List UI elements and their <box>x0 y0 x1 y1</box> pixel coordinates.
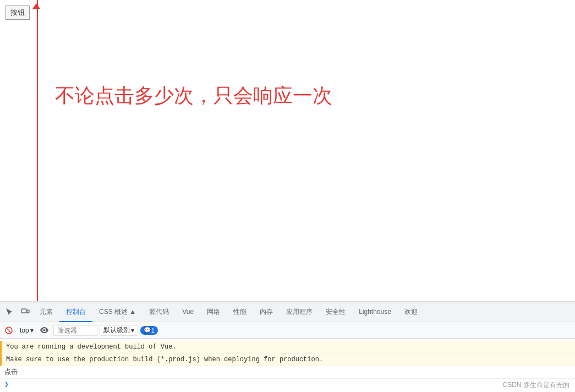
tab-welcome[interactable]: 欢迎 <box>398 302 424 322</box>
red-vertical-line <box>37 0 38 301</box>
tab-sources[interactable]: 源代码 <box>143 302 176 322</box>
filter-input[interactable] <box>53 325 97 336</box>
console-line-3: 点击 <box>0 366 575 379</box>
demo-button[interactable]: 按钮 <box>6 5 30 20</box>
arrow-up-icon <box>32 3 40 13</box>
tab-security[interactable]: 安全性 <box>319 302 352 322</box>
log-level-selector[interactable]: 默认级别 ▾ <box>100 325 138 336</box>
main-demo-text: 不论点击多少次，只会响应一次 <box>55 82 332 109</box>
console-output: You are running a development build of V… <box>0 339 575 392</box>
watermark-text: CSDN @生命是有光的 <box>502 380 569 390</box>
eye-icon[interactable] <box>38 324 51 337</box>
svg-marker-0 <box>32 3 40 9</box>
page-area: 按钮 不论点击多少次，只会响应一次 <box>0 0 575 301</box>
context-selector[interactable]: top ▾ <box>18 326 36 335</box>
tab-console[interactable]: 控制台 <box>59 302 92 322</box>
devtools-tabs-bar: 元素 控制台 CSS 概述 ▲ 源代码 Vue 网络 性能 内存 <box>0 302 575 322</box>
clear-console-icon[interactable] <box>2 324 15 337</box>
svg-rect-1 <box>21 309 26 313</box>
console-line-2: Make sure to use the production build (*… <box>0 354 575 366</box>
console-line-1: You are running a development build of V… <box>0 341 575 354</box>
tab-vue[interactable]: Vue <box>176 302 200 322</box>
main-content: 按钮 不论点击多少次，只会响应一次 <box>0 0 575 392</box>
devtools-panel: 元素 控制台 CSS 概述 ▲ 源代码 Vue 网络 性能 内存 <box>0 301 575 392</box>
tab-performance[interactable]: 性能 <box>227 302 253 322</box>
svg-line-4 <box>7 328 11 333</box>
tab-lighthouse[interactable]: Lighthouse <box>352 302 398 322</box>
tab-css[interactable]: CSS 概述 ▲ <box>92 302 143 322</box>
dropdown-arrow-icon: ▾ <box>30 327 34 334</box>
select-element-icon[interactable] <box>2 305 18 320</box>
console-expand-arrow[interactable]: ❯ <box>0 379 575 390</box>
message-count-badge: 💬 1 <box>140 326 158 335</box>
devtools-toolbar: top ▾ 默认级别 ▾ 💬 1 <box>0 322 575 339</box>
svg-rect-2 <box>27 310 29 313</box>
tab-elements[interactable]: 元素 <box>33 302 59 322</box>
device-toggle-icon[interactable] <box>18 305 33 320</box>
chat-icon: 💬 <box>144 327 151 334</box>
level-dropdown-icon: ▾ <box>131 327 134 334</box>
tab-application[interactable]: 应用程序 <box>280 302 319 322</box>
tab-network[interactable]: 网络 <box>200 302 227 322</box>
tab-memory[interactable]: 内存 <box>253 302 280 322</box>
